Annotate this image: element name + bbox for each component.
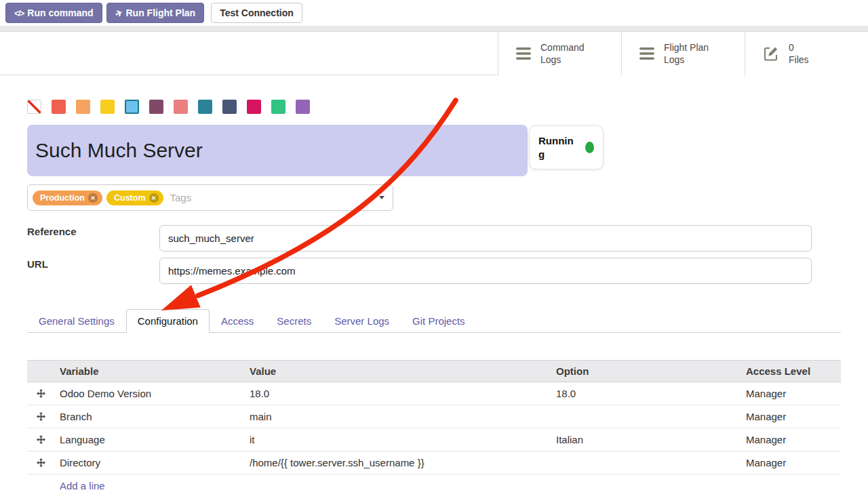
cell-value[interactable]: it [244, 434, 551, 445]
drag-handle-icon[interactable] [27, 458, 54, 467]
test-connection-button[interactable]: Test Connection [211, 3, 302, 23]
divider-strip [0, 26, 868, 32]
run-flight-plan-button[interactable]: Run Flight Plan [106, 3, 205, 23]
configuration-table: Variable Value Option Access Level Odoo … [27, 360, 841, 497]
url-label: URL [27, 258, 48, 270]
server-form-page: Run command Run Flight Plan Test Connect… [0, 0, 868, 503]
drag-handle-icon[interactable] [27, 389, 54, 398]
cell-option[interactable]: Italian [551, 434, 741, 445]
stat-label: 0 Files [789, 41, 809, 66]
stat-button-command-logs[interactable]: Command Logs [498, 32, 621, 75]
color-swatch-11[interactable] [296, 100, 310, 114]
status-green-dot [585, 142, 594, 153]
cell-variable[interactable]: Language [54, 434, 244, 445]
tag-label: Custom [114, 193, 146, 203]
tab-access[interactable]: Access [210, 309, 265, 333]
tags-placeholder: Tags [170, 192, 192, 203]
col-access-level: Access Level [741, 365, 841, 377]
cell-value[interactable]: 18.0 [244, 388, 551, 399]
table-row[interactable]: Language it Italian Manager [27, 428, 841, 451]
drag-handle-icon[interactable] [27, 435, 54, 444]
color-swatch-4[interactable] [125, 100, 139, 114]
tag[interactable]: Production [33, 190, 102, 205]
cell-value[interactable]: main [244, 411, 551, 422]
add-a-line-link[interactable]: Add a line [60, 480, 105, 491]
status-badge[interactable]: Running [529, 125, 604, 169]
run-command-button[interactable]: Run command [5, 3, 102, 23]
tag-remove-icon[interactable] [88, 193, 98, 203]
server-name-input[interactable] [27, 125, 528, 176]
run-flight-plan-label: Run Flight Plan [126, 7, 196, 18]
stat-button-files[interactable]: 0 Files [745, 32, 868, 75]
color-swatch-2[interactable] [76, 100, 90, 114]
table-row[interactable]: Branch main Manager [27, 405, 841, 428]
run-command-label: Run command [27, 7, 93, 18]
table-header-row: Variable Value Option Access Level [27, 360, 841, 382]
code-icon [14, 7, 24, 18]
stat-button-flight-plan-logs[interactable]: Flight Plan Logs [621, 32, 745, 75]
color-swatch-5[interactable] [149, 100, 163, 114]
stat-button-area: Command Logs Flight Plan Logs [498, 32, 868, 75]
status-label: Running [538, 134, 576, 161]
plane-icon [115, 7, 123, 18]
edit-icon [763, 45, 779, 62]
reference-input[interactable] [159, 225, 812, 252]
table-row[interactable]: Odoo Demo Version 18.0 18.0 Manager [27, 382, 841, 405]
tab-secrets[interactable]: Secrets [265, 309, 323, 333]
test-connection-label: Test Connection [220, 7, 294, 18]
color-swatch-3[interactable] [100, 100, 115, 114]
tag[interactable]: Custom [106, 190, 163, 205]
col-variable: Variable [54, 365, 244, 377]
cell-access[interactable]: Manager [741, 457, 841, 468]
form-header: Command Logs Flight Plan Logs [0, 32, 868, 75]
tag-remove-icon[interactable] [149, 193, 159, 203]
cell-variable[interactable]: Branch [54, 411, 244, 422]
color-swatch-7[interactable] [198, 100, 212, 114]
reference-label: Reference [27, 226, 77, 237]
notebook-tabs: General Settings Configuration Access Se… [27, 308, 841, 333]
menu-icon [639, 47, 654, 60]
cell-value[interactable]: /home/{{ tower.server.ssh_username }} [244, 457, 551, 468]
cell-variable[interactable]: Directory [54, 457, 244, 468]
tab-general-settings[interactable]: General Settings [27, 309, 126, 333]
cell-access[interactable]: Manager [741, 411, 841, 422]
col-value: Value [244, 365, 551, 377]
url-input[interactable] [159, 258, 812, 284]
stat-label: Command Logs [540, 41, 585, 66]
color-swatch-9[interactable] [247, 100, 261, 114]
cell-access[interactable]: Manager [741, 434, 841, 445]
top-toolbar: Run command Run Flight Plan Test Connect… [0, 0, 868, 26]
color-swatch-0[interactable] [27, 100, 41, 114]
cell-option[interactable]: 18.0 [551, 388, 741, 399]
add-line-row: Add a line [27, 475, 841, 497]
color-swatch-10[interactable] [271, 100, 285, 114]
tab-configuration[interactable]: Configuration [126, 309, 210, 333]
color-swatch-6[interactable] [174, 100, 188, 114]
tag-label: Production [40, 193, 85, 203]
color-swatch-8[interactable] [222, 100, 237, 114]
color-swatch-1[interactable] [52, 100, 66, 114]
stat-label: Flight Plan Logs [664, 41, 709, 66]
drag-handle-icon[interactable] [27, 412, 54, 421]
table-row[interactable]: Directory /home/{{ tower.server.ssh_user… [27, 451, 841, 475]
menu-icon [516, 47, 531, 60]
col-option: Option [551, 365, 741, 377]
dropdown-caret-icon[interactable] [379, 196, 384, 199]
cell-variable[interactable]: Odoo Demo Version [54, 388, 244, 399]
tab-git-projects[interactable]: Git Projects [401, 309, 477, 333]
tags-field[interactable]: Production Custom Tags [27, 184, 393, 211]
color-palette [27, 100, 310, 114]
tab-server-logs[interactable]: Server Logs [323, 309, 401, 333]
cell-access[interactable]: Manager [741, 388, 841, 399]
